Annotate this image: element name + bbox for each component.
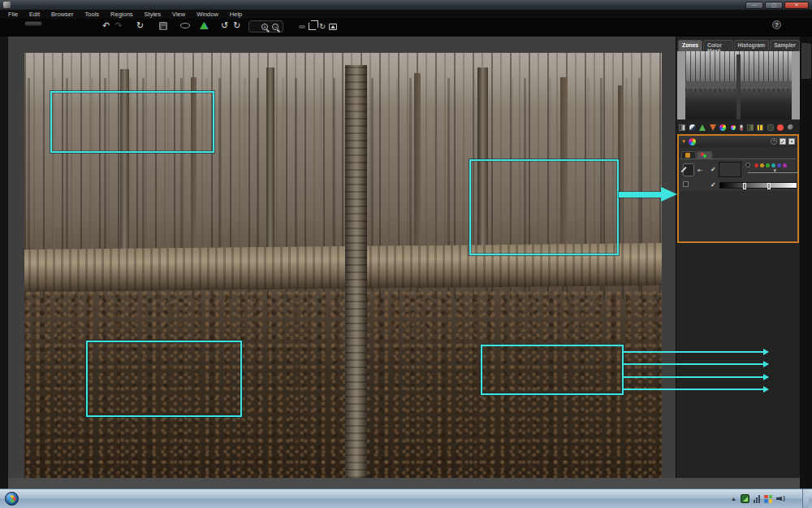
menu-item[interactable]: Edit [24,11,45,18]
add-tool-icon[interactable] [689,124,696,131]
tool-settings-icon [685,153,690,158]
annotation-arrow-color-balance-2 [624,363,768,365]
menu-item[interactable]: Browser [45,11,80,18]
crop-mode-icon[interactable] [309,23,316,30]
network-icon[interactable] [754,495,760,503]
arrow-mode-button[interactable] [299,25,305,28]
zoom-in-icon[interactable]: + [261,24,268,30]
yellow-color-dot[interactable] [760,163,764,167]
tool-enabled-checkbox[interactable]: ✓ [780,138,786,145]
hue-saturation-header[interactable]: ▼ ? ✓ ✕ [679,136,797,147]
add-tool-icon[interactable] [719,124,726,131]
add-tool-icon[interactable] [757,124,763,131]
luminosity-range-bar[interactable] [719,182,797,189]
invert-checkbox[interactable] [683,181,689,187]
orig-group [180,20,190,32]
annotation-box-2 [469,159,619,255]
browse-button[interactable] [11,21,24,26]
all-colors-radio[interactable] [745,163,750,167]
title-bar[interactable]: — ▢ ✕ [0,0,812,10]
tab-tool-settings[interactable] [681,151,696,158]
annotation-arrow-to-panel [619,192,661,198]
rotate-right-icon[interactable]: ↻ [233,21,240,30]
menu-item[interactable]: Window [191,11,224,18]
tray-app-icon[interactable] [741,494,749,503]
annotation-arrow-color-balance-3 [624,351,768,353]
modes-group: ↻ [299,20,337,33]
range-thumb[interactable]: ▼ [772,168,777,173]
menu-item[interactable]: View [166,11,191,18]
revert-icon[interactable]: ↻ [136,21,144,30]
close-button[interactable]: ✕ [784,2,809,9]
app-icon [3,2,11,8]
menu-item[interactable]: Styles [139,11,166,18]
lightzone-app-window: — ▢ ✕ FileEditBrowserToolsRegionsStylesV… [0,0,812,508]
add-tool-icon[interactable] [788,124,794,131]
zoom-group: + − [248,20,283,33]
orig-icon[interactable] [180,23,190,28]
rotate-left-icon[interactable]: ↺ [221,21,228,30]
tray-expand-icon[interactable]: ▲ [731,496,736,501]
minimize-button[interactable]: — [745,2,763,9]
annotation-arrow-color-balance-1 [624,376,768,378]
done-save-icon[interactable] [159,22,167,30]
hue-saturation-panel: ▼ ? ✓ ✕ ⇤ ✓ [677,134,799,243]
add-tool-icon[interactable] [767,124,774,131]
add-tool-icon[interactable] [730,124,736,131]
add-tool-icon[interactable] [679,124,685,131]
edit-button[interactable] [24,21,42,26]
annotation-box-1 [50,91,214,153]
taskbar-clock[interactable] [788,495,798,502]
green-color-dot[interactable] [766,163,770,167]
cyan-color-dot[interactable] [771,163,775,167]
photo-main-trunk [345,65,367,478]
menu-bar: FileEditBrowserToolsRegionsStylesViewWin… [0,10,812,19]
system-tray: ▲ [731,489,812,508]
add-tool-icon[interactable] [747,124,754,131]
help-icon[interactable]: ? [772,20,781,29]
tab-tools[interactable] [801,43,811,79]
revert-group: ↻ [136,20,144,32]
range-slider[interactable]: ▼ [748,172,799,173]
blue-color-dot[interactable] [777,163,781,167]
add-tool-icon[interactable] [710,124,716,131]
red-color-dot[interactable] [754,163,758,167]
region-mode-icon[interactable] [329,24,337,30]
hue-saturation-subtabs [679,150,797,158]
right-edge-strip [800,37,812,488]
magenta-color-dot[interactable] [783,163,787,167]
preview-letterbox-left [677,51,685,119]
zoom-out-icon[interactable]: − [272,24,279,30]
annotation-box-4 [481,345,624,395]
selected-color-swatch[interactable] [719,162,741,177]
show-desktop-button[interactable] [802,489,809,508]
remove-tool-icon[interactable]: ✕ [788,138,795,145]
color-enabled-check[interactable]: ✓ [710,166,716,173]
tab-color-selection[interactable] [697,151,712,158]
color-selection-icon [701,153,706,158]
redo-icon[interactable]: ↷ [114,21,122,30]
collapse-icon[interactable]: ▼ [681,139,686,144]
zones-preview[interactable] [677,51,800,119]
maximize-button[interactable]: ▢ [765,2,783,9]
tray-color-icon[interactable] [764,495,772,503]
volume-icon[interactable] [776,495,784,503]
add-tool-icon[interactable] [777,124,784,131]
undo-icon[interactable]: ↶ [102,21,110,30]
eyedropper-button[interactable] [683,163,694,176]
menu-item[interactable]: Regions [105,11,139,18]
reset-selection-icon[interactable]: ⇤ [698,167,703,174]
menu-item[interactable]: File [2,11,24,18]
help-icon[interactable]: ? [771,138,777,145]
proof-icon[interactable] [200,22,208,29]
luminosity-enabled-check[interactable]: ✓ [710,181,716,189]
undo-redo-group: ↶ ↷ [102,20,122,32]
add-tool-icon[interactable] [699,124,706,131]
menu-item[interactable]: Tools [80,11,106,18]
start-button[interactable] [5,492,19,506]
annotation-arrow-black-and-white-1 [624,389,768,390]
add-tool-icon[interactable] [740,124,743,131]
menu-item[interactable]: Help [224,11,248,18]
right-panel: ZonesColor MaskHistogramSampler ▼ ? ✓ ✕ [676,37,800,488]
rotate-mode-icon[interactable]: ↻ [319,23,326,31]
